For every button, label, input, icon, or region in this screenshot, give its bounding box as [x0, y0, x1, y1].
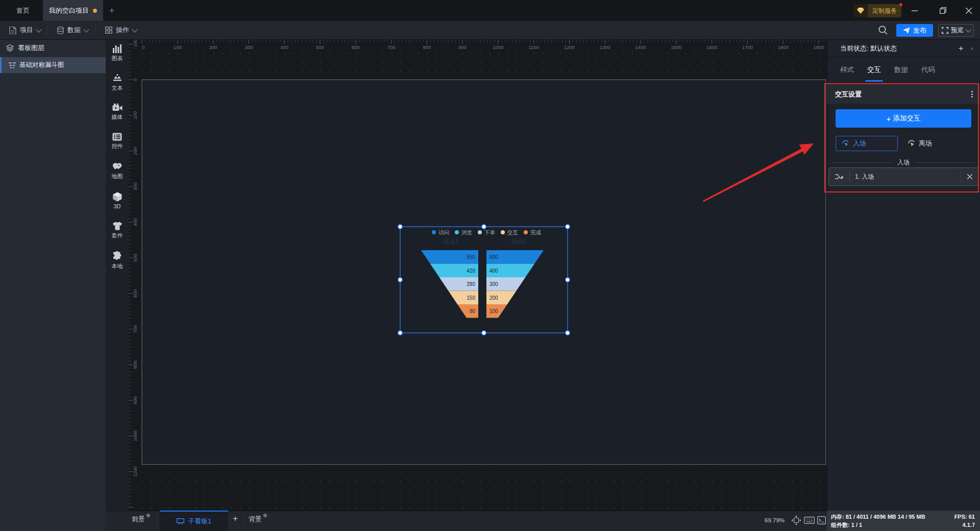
- component-category-3[interactable]: 媒体: [106, 103, 129, 127]
- component-category-7[interactable]: 套件: [106, 222, 129, 245]
- component-label: 文本: [112, 84, 123, 92]
- svg-text:0: 0: [132, 78, 138, 81]
- tab-code[interactable]: 代码: [921, 57, 935, 83]
- legend-label: 交互: [507, 229, 519, 235]
- legend-dot-icon: [501, 230, 505, 234]
- component-category-4[interactable]: 控件: [106, 133, 129, 156]
- circle-plus-icon: ⊕: [146, 513, 150, 524]
- document-icon: [9, 27, 16, 34]
- menu-actions[interactable]: 操作: [99, 21, 143, 39]
- fullscreen-icon: [942, 27, 948, 34]
- modified-dot-icon: [93, 9, 97, 13]
- component-label: 媒体: [112, 113, 123, 121]
- chevron-down-icon: [36, 27, 41, 32]
- svg-text:1100: 1100: [132, 466, 138, 476]
- menu-actions-label: 操作: [116, 26, 129, 35]
- selection-handle[interactable]: [566, 278, 570, 282]
- component-category-8[interactable]: 本地: [106, 251, 129, 275]
- svg-text:300: 300: [244, 44, 253, 50]
- tab-project[interactable]: 我的空白项目: [43, 0, 103, 21]
- design-page[interactable]: [142, 80, 826, 465]
- search-icon: [878, 25, 888, 35]
- component-category-2[interactable]: 文本: [106, 74, 129, 97]
- funnel-value-label: 280: [467, 281, 475, 287]
- search-button[interactable]: [878, 25, 888, 35]
- funnel-value-label: 420: [467, 268, 475, 274]
- expand-states-button[interactable]: ›: [971, 44, 973, 52]
- tab-style[interactable]: 样式: [840, 57, 854, 83]
- component-label: 套件: [112, 232, 123, 239]
- menu-data-label: 数据: [67, 26, 81, 35]
- preview-label: 预览: [951, 26, 964, 35]
- svg-text:600: 600: [352, 44, 360, 50]
- selection-handle[interactable]: [482, 331, 486, 335]
- svg-text:1000: 1000: [493, 44, 503, 50]
- component-category-6[interactable]: 3D: [106, 192, 129, 215]
- publish-button[interactable]: 发布: [896, 24, 933, 37]
- version-label: 4.1.7: [963, 521, 975, 529]
- layers-icon: [6, 44, 14, 52]
- tab-data[interactable]: 数据: [894, 57, 908, 83]
- svg-text:200: 200: [132, 147, 138, 155]
- svg-text:800: 800: [132, 360, 138, 369]
- component-icon: [112, 44, 122, 53]
- zoom-level[interactable]: 69.79%: [765, 517, 789, 523]
- component-category-5[interactable]: 地图: [106, 162, 129, 186]
- svg-text:1600: 1600: [706, 44, 717, 50]
- menubar: 项目 数据 操作: [0, 21, 980, 40]
- component-bar: 图表文本媒体控件地图3D套件本地: [106, 40, 129, 511]
- component-icon: [113, 192, 122, 202]
- component-label: 地图: [112, 173, 123, 180]
- component-count-stat: 组件数: 1 / 1: [831, 521, 862, 529]
- svg-text:300: 300: [132, 182, 138, 190]
- custom-service-label: 定制服务: [868, 4, 901, 17]
- background-button[interactable]: 背景 ⊕: [249, 515, 267, 524]
- menu-data[interactable]: 数据: [51, 21, 94, 39]
- layer-item-funnel-chart[interactable]: 基础对称漏斗图: [0, 57, 106, 73]
- selection-handle[interactable]: [398, 225, 402, 229]
- current-state-row: 当前状态: 默认状态 + ›: [827, 40, 980, 57]
- series-title-right: 站点2: [511, 238, 526, 245]
- keyboard-shortcuts-button[interactable]: [804, 517, 815, 524]
- selection-handle[interactable]: [398, 278, 402, 282]
- svg-text:400: 400: [132, 218, 138, 226]
- selection-handle[interactable]: [566, 331, 570, 335]
- selection-handle[interactable]: [566, 225, 570, 229]
- svg-text:800: 800: [423, 44, 431, 50]
- legend-dot-icon: [478, 230, 482, 234]
- database-icon: [57, 27, 64, 34]
- svg-text:1300: 1300: [600, 44, 610, 50]
- component-label: 本地: [112, 262, 123, 270]
- selection-handle[interactable]: [482, 225, 486, 229]
- svg-text:700: 700: [132, 325, 138, 333]
- svg-text:900: 900: [458, 44, 467, 50]
- legend-label: 访问: [438, 229, 449, 235]
- funnel-value-label: 150: [467, 295, 475, 301]
- layers-panel-header: 看板图层: [0, 40, 106, 56]
- tab-home[interactable]: 首页: [7, 0, 39, 21]
- component-category-1[interactable]: 图表: [106, 44, 129, 67]
- add-state-button[interactable]: +: [959, 43, 964, 54]
- component-icon: [112, 222, 122, 230]
- menu-project[interactable]: 项目: [3, 21, 47, 39]
- tab-interaction[interactable]: 交互: [867, 57, 881, 83]
- layer-item-label: 基础对称漏斗图: [19, 61, 64, 69]
- minimize-button[interactable]: [904, 0, 925, 21]
- foreground-button[interactable]: 前景 ⊕: [132, 515, 150, 524]
- fit-to-screen-button[interactable]: [792, 516, 801, 525]
- component-label: 控件: [112, 142, 123, 150]
- restore-window-button[interactable]: [933, 0, 953, 21]
- close-window-button[interactable]: [959, 0, 979, 21]
- custom-service-badge[interactable]: 定制服务: [853, 4, 901, 17]
- design-canvas[interactable]: 0100200300400500600700800900100011001200…: [129, 40, 827, 511]
- subboard-tab[interactable]: 子看板1: [160, 511, 228, 531]
- new-tab-button[interactable]: +: [106, 5, 117, 16]
- selection-handle[interactable]: [398, 331, 402, 335]
- legend-label: 完成: [530, 229, 542, 235]
- console-button[interactable]: [817, 516, 826, 524]
- svg-text:1100: 1100: [528, 44, 538, 50]
- funnel-value-label: 300: [489, 281, 498, 287]
- add-board-button[interactable]: +: [233, 514, 238, 524]
- paper-plane-icon: [903, 27, 910, 34]
- preview-button[interactable]: 预览: [938, 24, 974, 37]
